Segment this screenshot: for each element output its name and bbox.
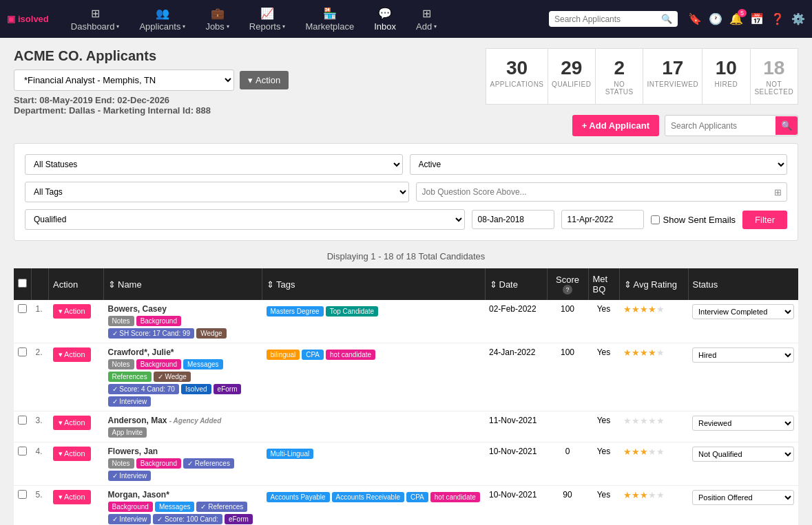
row-date: 24-Jan-2022: [485, 343, 547, 411]
search-applicants-input[interactable]: [665, 117, 775, 135]
row-status-select[interactable]: Interview CompletedHiredReviewedNot Qual…: [692, 447, 794, 462]
row-status-select[interactable]: Interview CompletedHiredReviewedNot Qual…: [692, 490, 794, 505]
row-date: 11-Nov-2021: [485, 411, 547, 442]
row-action-button[interactable]: ▾ Action: [53, 347, 91, 362]
row-name-tags: NotesBackground✓ SH Score: 17 Cand: 99We…: [108, 316, 258, 339]
row-name-cell: Bowers, Casey NotesBackground✓ SH Score:…: [104, 300, 262, 343]
row-status-cell: Interview CompletedHiredReviewedNot Qual…: [688, 411, 798, 442]
applicant-tag: Multi-Lingual: [267, 449, 314, 459]
action-button[interactable]: ▾ Action: [240, 71, 289, 89]
show-sent-emails-checkbox[interactable]: [651, 215, 660, 224]
row-status-cell: Interview CompletedHiredReviewedNot Qual…: [688, 343, 798, 411]
row-met-bq: Yes: [588, 442, 619, 486]
filter-date-from[interactable]: [472, 210, 554, 229]
filter-job-score-input[interactable]: [416, 182, 788, 202]
applicants-table: Action ⇕ Name ⇕ Tags ⇕ Date Score ? Met …: [14, 268, 798, 525]
filter-qualified-select[interactable]: Qualified: [25, 209, 465, 230]
filter-status-select[interactable]: All Statuses: [25, 154, 403, 175]
applicant-tag: ✓ Wedge: [154, 372, 191, 382]
sort-date-icon: ⇕: [490, 279, 497, 290]
history-icon[interactable]: 🕐: [709, 12, 722, 25]
select-all-checkbox[interactable]: [18, 279, 27, 288]
applicant-tag: Top Candidate: [326, 306, 379, 317]
stat-qualified: 29 QUALIFIED: [548, 49, 596, 104]
row-action-button[interactable]: ▾ Action: [53, 447, 91, 461]
applicants-icon: 👥: [156, 7, 169, 20]
nav-dashboard[interactable]: ⊞ Dashboard ▾: [63, 3, 128, 35]
stat-applications: 30 APPLICATIONS: [486, 49, 548, 104]
th-select-all: [14, 268, 32, 300]
applicant-name[interactable]: Bowers, Casey: [108, 304, 258, 314]
th-status: Status: [688, 268, 798, 300]
th-avg-rating[interactable]: ⇕ Avg Rating: [619, 268, 688, 300]
nav-marketplace-label: Marketplace: [305, 21, 354, 32]
job-select[interactable]: *Financial Analyst - Memphis, TN: [14, 69, 234, 91]
meta-info: Start: 08-May-2019 End: 02-Dec-2026 Depa…: [14, 95, 289, 116]
th-date[interactable]: ⇕ Date: [485, 268, 547, 300]
row-status-select[interactable]: Interview CompletedHiredReviewedNot Qual…: [692, 347, 794, 363]
applicant-tag: Background: [108, 502, 153, 512]
row-action-button[interactable]: ▾ Action: [53, 304, 91, 319]
score-help-icon[interactable]: ?: [563, 285, 572, 294]
row-name-cell: Anderson, Max - Agency Added App Invite: [104, 411, 262, 442]
stat-qualified-num: 29: [552, 57, 592, 79]
row-checkbox[interactable]: [18, 304, 27, 313]
row-checkbox-cell: [14, 442, 32, 486]
stat-nostatus: 2 NO STATUS: [596, 49, 643, 104]
add-applicant-button[interactable]: + Add Applicant: [572, 115, 659, 136]
displaying-text: Displaying 1 - 18 of 18 Total Candidates: [14, 251, 798, 261]
row-action-button[interactable]: ▾ Action: [53, 416, 91, 430]
nav-applicants-label: Applicants ▾: [139, 21, 185, 32]
row-action-button[interactable]: ▾ Action: [53, 490, 91, 504]
row-checkbox[interactable]: [18, 490, 27, 499]
applicant-tag: ✓ Interview: [108, 396, 152, 407]
row-checkbox[interactable]: [18, 447, 27, 456]
row-number: 5.: [32, 486, 49, 526]
brand-icon: ▣: [7, 14, 15, 24]
applicant-name[interactable]: Morgan, Jason*: [108, 490, 258, 500]
nav-search-input[interactable]: [554, 14, 658, 24]
nav-reports-label: Reports ▾: [249, 21, 286, 32]
nav-reports[interactable]: 📈 Reports ▾: [241, 3, 294, 35]
nav-search-icon[interactable]: 🔍: [661, 14, 672, 24]
calendar-icon[interactable]: 📅: [750, 12, 764, 25]
row-checkbox[interactable]: [18, 416, 27, 425]
help-icon[interactable]: ❓: [771, 12, 784, 25]
row-status-select[interactable]: Interview CompletedHiredReviewedNot Qual…: [692, 416, 794, 431]
brand-logo[interactable]: ▣ isolved: [7, 14, 49, 24]
th-tags[interactable]: ⇕ Tags: [262, 268, 486, 300]
search-applicants-button[interactable]: 🔍: [775, 116, 798, 135]
nav-marketplace[interactable]: 🏪 Marketplace: [297, 3, 362, 35]
th-name[interactable]: ⇕ Name: [104, 268, 262, 300]
applicant-name[interactable]: Anderson, Max - Agency Added: [108, 416, 258, 425]
row-name-cell: Crawford*, Julie* NotesBackgroundMessage…: [104, 343, 262, 411]
settings-icon[interactable]: ⚙️: [791, 12, 805, 25]
applicant-name[interactable]: Flowers, Jan: [108, 447, 258, 456]
filter-tags-select[interactable]: All Tags: [25, 182, 409, 202]
filter-active-select[interactable]: Active: [410, 154, 788, 175]
star-filled: ★: [640, 447, 648, 457]
star-empty: ★: [656, 347, 665, 358]
search-applicants-box: 🔍: [665, 115, 798, 136]
notification-icon[interactable]: 🔔 5: [729, 12, 743, 25]
row-met-bq: Yes: [588, 343, 619, 411]
sort-name-icon: ⇕: [108, 279, 116, 290]
stat-nostatus-num: 2: [599, 57, 639, 79]
bookmark-icon[interactable]: 🔖: [688, 12, 702, 25]
th-action: Action: [49, 268, 104, 300]
applicant-name[interactable]: Crawford*, Julie*: [108, 347, 258, 357]
row-score: 90: [547, 486, 588, 526]
nav-jobs[interactable]: 💼 Jobs ▾: [197, 3, 237, 35]
row-status-select[interactable]: Interview CompletedHiredReviewedNot Qual…: [692, 304, 794, 319]
nav-jobs-label: Jobs ▾: [205, 21, 229, 32]
row-checkbox[interactable]: [18, 347, 27, 356]
nav-inbox[interactable]: 💬 Inbox: [366, 3, 404, 35]
filter-button[interactable]: Filter: [742, 211, 787, 229]
row-tags-cell: [262, 411, 486, 442]
applicant-tag: ✓ Score: 4 Cand: 70: [108, 384, 179, 394]
nav-applicants[interactable]: 👥 Applicants ▾: [131, 3, 194, 35]
table-row: 4. ▾ Action Flowers, Jan NotesBackground…: [14, 442, 798, 486]
filter-date-to[interactable]: [561, 210, 644, 229]
nav-add[interactable]: ⊞ Add ▾: [408, 3, 445, 35]
star-filled: ★: [623, 447, 632, 457]
